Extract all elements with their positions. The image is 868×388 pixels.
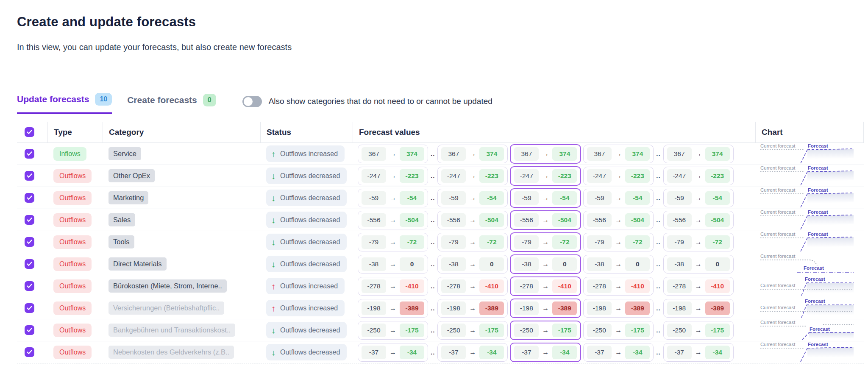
- forecast-value-group[interactable]: -556→-504: [510, 210, 581, 230]
- forecast-value-group[interactable]: -38→0: [583, 255, 654, 274]
- new-value: -389: [479, 301, 504, 315]
- status-badge: ↓Outflows decreased: [266, 212, 347, 228]
- status-text: Outflows increased: [280, 282, 338, 290]
- forecast-value-group[interactable]: -79→-72: [358, 233, 428, 251]
- forecast-values-cell: -38→0..-38→0-38→0-38→0..-38→0: [353, 254, 755, 274]
- forecast-value-group[interactable]: -198→-389: [510, 299, 581, 318]
- page: Create and update forecasts In this view…: [0, 0, 868, 363]
- forecast-value-group[interactable]: -38→0: [358, 255, 428, 274]
- forecast-value-group[interactable]: 367→374: [510, 144, 581, 164]
- new-value: -389: [705, 301, 730, 315]
- forecast-value-group[interactable]: -59→-54: [663, 189, 734, 207]
- category-chip: Service: [108, 147, 141, 160]
- forecast-value-group[interactable]: -37→-34: [358, 343, 428, 362]
- arrow-right-icon: →: [469, 194, 476, 202]
- forecast-value-group[interactable]: -278→-410: [437, 277, 508, 296]
- arrow-right-icon: →: [695, 216, 702, 224]
- row-checkbox[interactable]: [25, 281, 34, 291]
- forecast-value-group[interactable]: -198→-389: [583, 299, 654, 318]
- row-select-cell: [17, 347, 47, 357]
- forecast-value-group[interactable]: -247→-223: [583, 167, 654, 185]
- forecast-value-group[interactable]: -37→-34: [437, 343, 508, 362]
- values-ellipsis: ..: [430, 282, 435, 290]
- forecast-value-group[interactable]: -247→-223: [358, 167, 428, 185]
- select-all-checkbox[interactable]: [25, 127, 34, 137]
- tab-create-forecasts[interactable]: Create forecasts 0: [127, 94, 216, 113]
- values-ellipsis: ..: [656, 260, 661, 268]
- arrow-right-icon: →: [542, 304, 549, 312]
- arrow-right-icon: →: [542, 349, 549, 356]
- forecast-value-group[interactable]: -79→-72: [510, 232, 581, 252]
- forecast-value-group[interactable]: -198→-389: [358, 299, 428, 318]
- forecast-value-group[interactable]: 367→374: [437, 145, 508, 163]
- old-value: -250: [667, 324, 692, 337]
- forecast-value-group[interactable]: -59→-54: [510, 188, 581, 208]
- forecast-sparkline: Current forecastForecast: [755, 254, 864, 275]
- arrow-up-icon: ↑: [271, 282, 275, 290]
- show-all-toggle[interactable]: [242, 96, 262, 107]
- forecast-value-group[interactable]: -79→-72: [583, 233, 654, 251]
- forecast-sparkline: Current forecastForecast: [755, 165, 864, 187]
- row-checkbox[interactable]: [25, 303, 34, 313]
- forecast-value-group[interactable]: -556→-504: [437, 211, 508, 229]
- row-checkbox[interactable]: [25, 325, 34, 335]
- forecast-values-cell: -250→-175..-250→-175-250→-175-250→-175..…: [353, 321, 755, 340]
- arrow-down-icon: ↓: [271, 260, 275, 268]
- forecast-value-group[interactable]: -250→-175: [510, 321, 581, 340]
- tab-label: Create forecasts: [127, 95, 197, 105]
- table-row: InflowsService↑Outflows increased367→374…: [17, 143, 864, 165]
- forecast-value-group[interactable]: -556→-504: [583, 211, 654, 229]
- tab-count-badge: 0: [203, 94, 216, 106]
- table-row: OutflowsBankgebühren und Transaktionskos…: [17, 319, 864, 341]
- forecast-value-group[interactable]: -278→-410: [583, 277, 654, 296]
- forecast-value-group[interactable]: -59→-54: [437, 189, 508, 207]
- forecast-value-group[interactable]: -278→-410: [663, 277, 734, 296]
- type-cell: Outflows: [47, 324, 103, 337]
- tab-update-forecasts[interactable]: Update forecasts 10: [17, 93, 112, 114]
- forecast-value-group[interactable]: -37→-34: [510, 343, 581, 362]
- old-value: -556: [441, 213, 466, 227]
- forecast-value-group[interactable]: -38→0: [510, 254, 581, 274]
- show-all-toggle-wrap: Also show categories that do not need to…: [242, 96, 492, 112]
- row-checkbox[interactable]: [25, 347, 34, 357]
- forecast-value-group[interactable]: -250→-175: [583, 321, 654, 340]
- forecast-value-group[interactable]: -247→-223: [663, 167, 734, 185]
- forecast-value-group[interactable]: -278→-410: [510, 276, 581, 296]
- forecast-value-group[interactable]: 367→374: [358, 145, 428, 163]
- svg-text:Current forecast: Current forecast: [760, 209, 796, 215]
- old-value: -278: [667, 279, 692, 293]
- forecast-value-group[interactable]: -250→-175: [437, 321, 508, 340]
- row-checkbox[interactable]: [25, 171, 34, 181]
- forecast-value-group[interactable]: -79→-72: [437, 233, 508, 251]
- type-cell: Outflows: [47, 191, 103, 205]
- status-cell: ↓Outflows decreased: [260, 322, 353, 338]
- forecast-value-group[interactable]: -37→-34: [663, 343, 734, 362]
- forecast-value-group[interactable]: 367→374: [663, 145, 734, 163]
- forecast-value-group[interactable]: -38→0: [437, 255, 508, 274]
- forecast-value-group[interactable]: -59→-54: [358, 189, 428, 207]
- forecast-value-group[interactable]: -556→-504: [663, 211, 734, 229]
- forecast-value-group[interactable]: -278→-410: [358, 277, 428, 296]
- row-checkbox[interactable]: [25, 215, 34, 225]
- row-checkbox[interactable]: [25, 259, 34, 269]
- forecast-value-group[interactable]: -556→-504: [358, 211, 428, 229]
- forecast-value-group[interactable]: -79→-72: [663, 233, 734, 251]
- new-value: -410: [625, 279, 650, 293]
- forecast-value-group[interactable]: -247→-223: [437, 167, 508, 185]
- forecast-value-group[interactable]: -198→-389: [663, 299, 734, 318]
- old-value: -250: [441, 324, 466, 337]
- forecast-value-group[interactable]: -38→0: [663, 255, 734, 274]
- row-checkbox[interactable]: [25, 149, 34, 159]
- svg-text:Forecast: Forecast: [804, 265, 824, 271]
- forecast-value-group[interactable]: 367→374: [583, 145, 654, 163]
- forecast-value-group[interactable]: -198→-389: [437, 299, 508, 318]
- new-value: -389: [400, 301, 424, 315]
- new-value: 0: [705, 257, 730, 271]
- forecast-value-group[interactable]: -247→-223: [510, 166, 581, 186]
- forecast-value-group[interactable]: -250→-175: [663, 321, 734, 340]
- forecast-value-group[interactable]: -37→-34: [583, 343, 654, 362]
- row-checkbox[interactable]: [25, 193, 34, 203]
- forecast-value-group[interactable]: -250→-175: [358, 321, 428, 340]
- row-checkbox[interactable]: [25, 237, 34, 247]
- forecast-value-group[interactable]: -59→-54: [583, 189, 654, 207]
